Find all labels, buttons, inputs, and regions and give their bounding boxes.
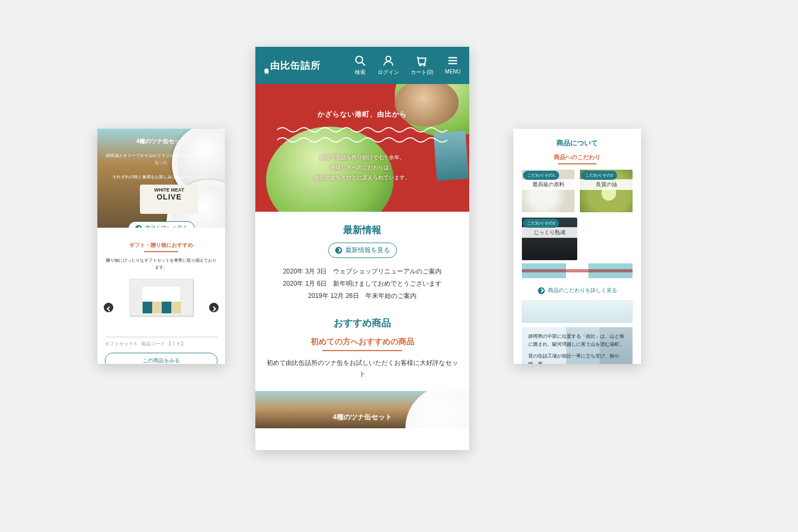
news-item[interactable]: 2020年 1月 6日 新年明けましておめでとうございます bbox=[266, 278, 459, 290]
right-screen: 商品について 商品へのこだわり こだわりその1 最高級の原料 こだわりその2 良… bbox=[513, 129, 641, 364]
app-header: 株式会社 由比缶詰所 検索 ログイン カート(0) MENU bbox=[255, 47, 469, 84]
svg-point-3 bbox=[420, 64, 421, 66]
recommend-subheading: 初めての方へおすすめの商品 bbox=[266, 337, 459, 347]
region-para2: 昔の缶詰工場が由比一帯に立ち並び、鮪や鰻、東 bbox=[528, 352, 626, 364]
view-quality-label: 商品のこだわりを詳しく見る bbox=[548, 287, 617, 294]
search-icon bbox=[354, 55, 366, 66]
divider bbox=[322, 350, 402, 351]
region-map bbox=[522, 301, 633, 323]
nav-search-label: 検索 bbox=[355, 69, 365, 76]
gift-heading: ギフト・贈り物におすすめ bbox=[105, 242, 218, 249]
divider bbox=[144, 251, 178, 252]
center-screen: 株式会社 由比缶詰所 検索 ログイン カート(0) MENU bbox=[255, 47, 469, 450]
hamburger-icon bbox=[447, 55, 459, 66]
left-hero: WHITE MEAT OLIVE 4種のツナ缶セット 綿実油とオリーブオイルのフ… bbox=[97, 129, 225, 228]
gift-caption: ギフトセットA 商品コード 【１６】 bbox=[97, 340, 225, 347]
gift-thumbnail[interactable] bbox=[129, 279, 193, 316]
company-logo[interactable]: 株式会社 由比缶詰所 bbox=[264, 59, 321, 72]
card-badge: こだわりその2 bbox=[581, 171, 617, 180]
news-section: 最新情報 最新情報を見る 2020年 3月 3日 ウェブショップリニューアルのご… bbox=[255, 212, 469, 313]
gift-desc: 贈り物にぴったりなギフトセットを豊富に取り揃えております。 bbox=[105, 257, 218, 271]
card-badge: こだわりその3 bbox=[523, 219, 559, 228]
quality-card-3[interactable]: こだわりその3 じっくり熟成 bbox=[522, 218, 577, 260]
view-news-label: 最新情報を見る bbox=[345, 246, 390, 255]
hero-line3: 由比のまちとひとに支えられています。 bbox=[255, 172, 469, 182]
hero-tagline: かざらない港町、由比から bbox=[255, 110, 469, 119]
recommend-section: おすすめ商品 初めての方へおすすめの商品 初めて由比缶詰所のツナ缶をお試しいただ… bbox=[255, 313, 469, 391]
news-list: 2020年 3月 3日 ウェブショップリニューアルのご案内 2020年 1月 6… bbox=[266, 265, 459, 302]
left-hero-line2: それぞれの味と食感をお楽しみ頂けるセットです。 bbox=[105, 174, 218, 181]
quality-card-2[interactable]: こだわりその2 良質の油 bbox=[580, 170, 633, 212]
user-icon bbox=[383, 55, 394, 66]
recommend-heading: おすすめ商品 bbox=[266, 317, 459, 329]
view-news-button[interactable]: 最新情報を見る bbox=[328, 243, 397, 258]
card-label: 最高級の原料 bbox=[522, 179, 575, 190]
about-subheading: 商品へのこだわり bbox=[522, 153, 633, 161]
left-screen: WHITE MEAT OLIVE 4種のツナ缶セット 綿実油とオリーブオイルのフ… bbox=[97, 129, 225, 364]
svg-point-0 bbox=[356, 56, 363, 63]
logo-prefix: 株式会社 bbox=[264, 64, 268, 66]
wave-divider-icon bbox=[268, 126, 456, 146]
hero-line1: 由比で缶詰を作り続けて七十余年。 bbox=[255, 152, 469, 162]
logo-text: 由比缶詰所 bbox=[270, 59, 321, 72]
view-product-button[interactable]: 商品を詳しく見る bbox=[128, 221, 195, 228]
card-label: じっくり熟成 bbox=[522, 227, 577, 238]
card-badge: こだわりその1 bbox=[523, 171, 559, 180]
arrow-right-icon bbox=[135, 225, 142, 228]
arrow-right-icon bbox=[335, 247, 342, 254]
about-heading: 商品について bbox=[522, 138, 633, 148]
nav-cart-label: カート(0) bbox=[411, 69, 433, 76]
carousel-next-button[interactable] bbox=[209, 303, 219, 312]
product-strip bbox=[522, 263, 633, 278]
svg-point-2 bbox=[386, 56, 391, 61]
divider bbox=[558, 163, 596, 164]
cart-icon bbox=[416, 55, 428, 66]
quality-cards: こだわりその1 最高級の原料 こだわりその2 良質の油 bbox=[522, 170, 633, 212]
recommend-desc: 初めて由比缶詰所のツナ缶をお試しいただくお客様に大好評なセット bbox=[266, 358, 459, 379]
gift-section: ギフト・贈り物におすすめ 贈り物にぴったりなギフトセットを豊富に取り揃えておりま… bbox=[97, 228, 225, 337]
hero-line2: 美味しさへのこだわりは、 bbox=[255, 162, 469, 172]
view-product-label: 商品を詳しく見る bbox=[145, 225, 188, 228]
arrow-right-icon bbox=[538, 287, 545, 294]
region-description: 静岡県の中部に位置する「由比」は、山と海に囲まれ、駿河湾越しに富士山を望む港町。… bbox=[522, 327, 633, 364]
view-quality-link[interactable]: 商品のこだわりを詳しく見る bbox=[538, 287, 617, 294]
center-hero: かざらない港町、由比から 由比で缶詰を作り続けて七十余年。 美味しさへのこだわり… bbox=[255, 84, 469, 212]
peek-title: 4種のツナ缶セット bbox=[332, 413, 392, 421]
svg-line-1 bbox=[362, 62, 365, 65]
quality-card-1[interactable]: こだわりその1 最高級の原料 bbox=[522, 170, 575, 212]
header-nav: 検索 ログイン カート(0) MENU bbox=[354, 55, 461, 76]
news-item[interactable]: 2019年 12月 26日 年末年始のご案内 bbox=[266, 290, 459, 302]
left-hero-title: 4種のツナ缶セット bbox=[105, 137, 218, 145]
gift-carousel bbox=[105, 279, 218, 337]
left-hero-line1: 綿実油とオリーブオイルのファンシーとフレークが１つになった bbox=[105, 153, 218, 167]
nav-menu-label: MENU bbox=[445, 69, 461, 74]
recommend-peek: 4種のツナ缶セット bbox=[255, 391, 469, 428]
svg-point-4 bbox=[424, 64, 426, 66]
nav-menu[interactable]: MENU bbox=[445, 55, 461, 76]
gift-code-label: 商品コード bbox=[141, 341, 165, 346]
nav-cart[interactable]: カート(0) bbox=[411, 55, 433, 76]
gift-code: 【１６】 bbox=[167, 341, 186, 346]
card-label: 良質の油 bbox=[580, 179, 633, 190]
nav-login[interactable]: ログイン bbox=[378, 55, 399, 76]
view-this-product-button[interactable]: この商品をみる bbox=[105, 353, 218, 364]
news-item[interactable]: 2020年 3月 3日 ウェブショップリニューアルのご案内 bbox=[266, 265, 459, 278]
gift-name: ギフトセットA bbox=[105, 341, 137, 346]
region-para1: 静岡県の中部に位置する「由比」は、山と海に囲まれ、駿河湾越しに富士山を望む港町。 bbox=[528, 332, 626, 349]
view-this-product-label: この商品をみる bbox=[143, 358, 180, 363]
nav-search[interactable]: 検索 bbox=[354, 55, 366, 76]
nav-login-label: ログイン bbox=[378, 69, 399, 76]
carousel-prev-button[interactable] bbox=[104, 303, 113, 312]
news-heading: 最新情報 bbox=[266, 223, 459, 236]
